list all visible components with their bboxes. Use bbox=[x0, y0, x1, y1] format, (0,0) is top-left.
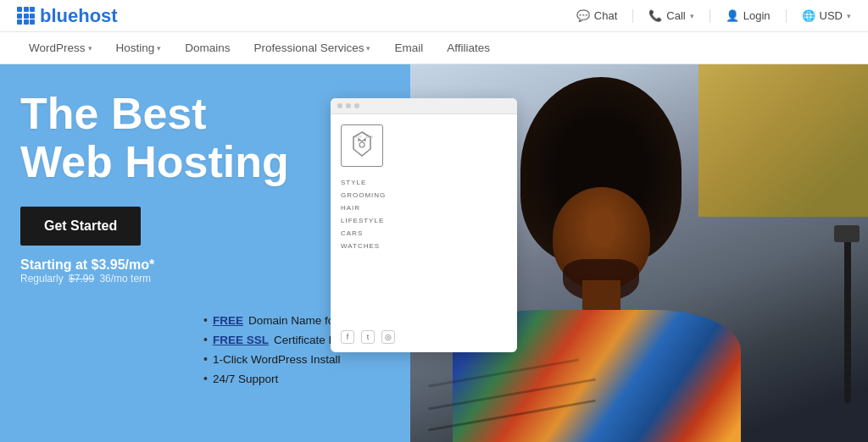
chat-icon: 💬 bbox=[576, 9, 590, 22]
flag-icon: 🌐 bbox=[802, 9, 815, 22]
top-actions: 💬 Chat 📞 Call ▾ 👤 Login 🌐 USD ▾ bbox=[576, 9, 851, 23]
instagram-icon: ◎ bbox=[381, 330, 395, 344]
logo-area[interactable]: bluehost bbox=[17, 5, 118, 27]
nav-item-email[interactable]: Email bbox=[382, 32, 435, 64]
site-logo: ESTD 2006 bbox=[341, 124, 383, 167]
camera-body bbox=[834, 225, 860, 242]
brand-name: bluehost bbox=[40, 5, 118, 27]
nav-item-domains[interactable]: Domains bbox=[173, 32, 242, 64]
hero-section: ESTD 2006 STYLEGROOMINGHAIRLIFESTYLECARS… bbox=[0, 64, 868, 442]
divider bbox=[709, 9, 710, 23]
browser-dot-2 bbox=[346, 103, 351, 108]
nav-item-hosting[interactable]: Hosting ▾ bbox=[104, 32, 174, 64]
call-label: Call bbox=[666, 9, 685, 22]
feature-support: 24/7 Support bbox=[203, 372, 382, 385]
browser-nav-item: GROOMING bbox=[341, 191, 507, 199]
login-label: Login bbox=[743, 9, 771, 22]
browser-nav-item: WATCHES bbox=[341, 242, 507, 250]
browser-toolbar bbox=[331, 98, 517, 114]
logo-grid-icon bbox=[17, 7, 35, 25]
browser-nav-item: HAIR bbox=[341, 204, 507, 212]
nav-item-affiliates[interactable]: Affiliates bbox=[435, 32, 502, 64]
feature-wordpress: 1-Click WordPress Install bbox=[203, 352, 382, 366]
chat-label: Chat bbox=[594, 9, 617, 22]
free-domain-link[interactable]: FREE bbox=[213, 314, 243, 327]
phone-icon: 📞 bbox=[648, 9, 662, 22]
dropdown-arrow-icon: ▾ bbox=[366, 44, 370, 52]
twitter-icon: t bbox=[361, 330, 375, 344]
browser-dot-1 bbox=[337, 103, 342, 108]
hero-title: The Best Web Hosting bbox=[20, 90, 289, 186]
divider bbox=[632, 9, 633, 23]
nav-item-wordpress[interactable]: WordPress ▾ bbox=[17, 32, 104, 64]
user-icon: 👤 bbox=[726, 9, 739, 22]
building-bg bbox=[698, 64, 868, 217]
login-link[interactable]: 👤 Login bbox=[726, 9, 771, 22]
divider bbox=[786, 9, 787, 23]
price-starting: Starting at $3.95/mo* bbox=[20, 257, 289, 273]
get-started-button[interactable]: Get Started bbox=[20, 207, 141, 246]
browser-dot-3 bbox=[354, 103, 359, 108]
svg-text:2006: 2006 bbox=[365, 135, 374, 139]
currency-link[interactable]: 🌐 USD ▾ bbox=[802, 9, 851, 22]
top-bar: bluehost 💬 Chat 📞 Call ▾ 👤 Login 🌐 USD ▾ bbox=[0, 0, 868, 32]
price-regular: Regularly $7.99 36/mo term bbox=[20, 273, 289, 285]
browser-mockup: ESTD 2006 STYLEGROOMINGHAIRLIFESTYLECARS… bbox=[331, 98, 517, 352]
facebook-icon: f bbox=[341, 330, 354, 344]
browser-site-nav: STYLEGROOMINGHAIRLIFESTYLECARSWATCHES bbox=[341, 179, 507, 250]
currency-dropdown-icon: ▾ bbox=[847, 12, 851, 20]
call-dropdown-icon: ▾ bbox=[690, 12, 694, 20]
tripod-stand bbox=[844, 234, 851, 403]
svg-point-0 bbox=[359, 142, 364, 147]
currency-label: USD bbox=[820, 9, 843, 22]
dropdown-arrow-icon: ▾ bbox=[157, 44, 161, 52]
svg-text:ESTD: ESTD bbox=[353, 135, 362, 139]
dropdown-arrow-icon: ▾ bbox=[88, 44, 92, 52]
browser-nav-item: STYLE bbox=[341, 179, 507, 186]
browser-nav-item: LIFESTYLE bbox=[341, 217, 507, 224]
browser-nav-item: CARS bbox=[341, 229, 507, 237]
main-nav: WordPress ▾ Hosting ▾ Domains Profession… bbox=[0, 32, 868, 64]
pricing-info: Starting at $3.95/mo* Regularly $7.99 36… bbox=[20, 257, 289, 285]
hero-content: The Best Web Hosting Get Started Startin… bbox=[20, 90, 289, 285]
nav-item-professional-services[interactable]: Professional Services ▾ bbox=[242, 32, 383, 64]
crown-shield-svg: ESTD 2006 bbox=[347, 130, 377, 161]
browser-footer: f t ◎ bbox=[341, 330, 395, 344]
free-ssl-link[interactable]: FREE SSL bbox=[213, 334, 269, 346]
call-link[interactable]: 📞 Call ▾ bbox=[648, 9, 693, 22]
browser-content: ESTD 2006 STYLEGROOMINGHAIRLIFESTYLECARS… bbox=[331, 114, 517, 265]
chat-link[interactable]: 💬 Chat bbox=[576, 9, 617, 22]
